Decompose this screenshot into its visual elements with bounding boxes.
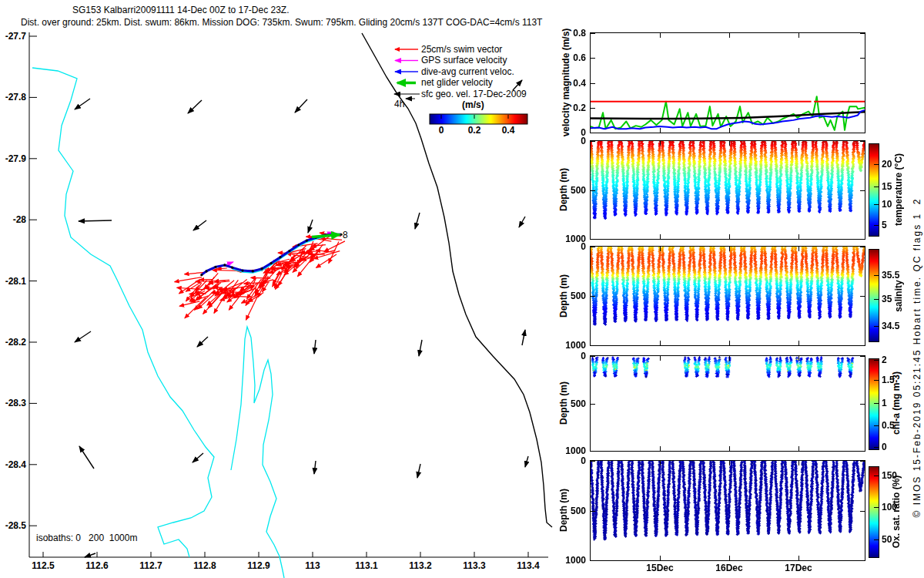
geo-velocity-arrow	[417, 464, 420, 478]
temperature-colorbar-tick-label: 20	[882, 159, 892, 170]
temperature-colorbar-tick-label: 15	[882, 181, 892, 192]
oxygen-canvas	[591, 461, 865, 560]
geo-velocity-arrow	[192, 453, 203, 462]
depth-ytick-label: 0	[581, 351, 586, 361]
velocity-ytick-label: 0.4	[573, 78, 586, 89]
salinity-colorbar-tick-label: 34.5	[882, 321, 899, 331]
geo-velocity-arrow	[75, 331, 91, 342]
temperature-colorbar-tick	[874, 204, 879, 205]
geo-velocity-arrow	[522, 330, 525, 345]
date-tick-label: 16Dec	[715, 563, 742, 573]
map-ytick-label: -28.5	[5, 520, 26, 531]
temperature-panel	[591, 141, 865, 239]
legend-colorbar-tick-label: 0.4	[502, 125, 515, 136]
depth-ytick-label: 1000	[565, 340, 586, 351]
map-xtick-label: 113	[305, 560, 320, 571]
dive-fix-dot	[306, 240, 308, 242]
oxygen-colorbar-tick	[874, 539, 879, 540]
glider-mission-figure: SG153 Kalbarri20091111 14-Dec 00Z to 17-…	[0, 0, 924, 578]
chl-colorbar-tick-label: 1.5	[882, 375, 895, 385]
legend-colorbar-tick-label: 0	[439, 125, 444, 136]
legend-label-dive-avg: dive-avg current veloc.	[421, 66, 514, 77]
geo-velocity-arrow	[314, 461, 316, 474]
chl-panel	[591, 356, 865, 451]
dive-fix-dot	[270, 262, 273, 264]
chl-colorbar-tick-label: 2	[882, 355, 887, 365]
depth-ytick-label: 500	[571, 291, 586, 301]
legend-label-sfc-geo: sfc geo. vel. 17-Dec-2009	[421, 89, 527, 99]
track-end-label: 8	[343, 230, 348, 240]
dive-fix-dot	[241, 270, 243, 272]
chl-colorbar-tick-label: 0	[882, 442, 887, 452]
swim-vector-arrow	[242, 294, 261, 304]
velocity-panel	[591, 33, 865, 133]
map-xtick-label: 113.1	[355, 560, 377, 571]
salinity-depth-label: Depth (m)	[558, 274, 569, 318]
temperature-colorbar-tick	[874, 187, 879, 187]
swim-vector-arrow	[179, 301, 199, 306]
chl-colorbar-tick	[874, 447, 879, 448]
temperature-colorbar-tick-label: 10	[882, 199, 892, 210]
geo-velocity-arrow	[193, 220, 206, 230]
dive-fix-dot	[214, 266, 216, 268]
velocity-ylabel: velocity magnitude (m/s)	[561, 29, 571, 137]
oxygen-colorbar	[869, 467, 879, 557]
depth-ytick-label: 0	[581, 455, 586, 466]
temperature-colorbar	[869, 144, 879, 236]
velocity-ytick-label: 0.6	[573, 52, 586, 63]
oxygen-colorbar-tick	[874, 507, 879, 508]
dive-fix-dot	[297, 244, 300, 246]
depth-ytick-label: 0	[581, 241, 586, 252]
oxygen-colorbar-tick-label: 50	[882, 534, 892, 545]
map-ytick-label: -28.4	[5, 459, 26, 470]
depth-ytick-label: 500	[571, 185, 586, 196]
geo-velocity-arrow	[308, 220, 313, 233]
date-tick-label: 17Dec	[785, 563, 812, 573]
isobath-line	[231, 327, 284, 578]
chl-colorbar-tick	[874, 403, 879, 404]
map-ytick-label: -27.9	[5, 153, 26, 164]
map-xtick-label: 112.9	[247, 560, 270, 571]
depth-ytick-label: 1000	[565, 445, 586, 456]
oxygen-colorbar-tick-label: 150	[882, 470, 897, 481]
legend-label-net-velocity: net glider velocity	[421, 77, 493, 88]
depth-ytick-label: 500	[571, 506, 586, 516]
velocity-ytick-label: 0.2	[573, 102, 586, 113]
velocity-canvas	[591, 33, 865, 133]
temperature-colorbar-tick	[874, 225, 879, 226]
temperature-depth-label: Depth (m)	[558, 168, 569, 211]
salinity-colorbar-tick	[874, 275, 879, 276]
map-xtick-label: 112.5	[32, 560, 54, 571]
salinity-colorbar-tick	[874, 326, 879, 327]
chl-colorbar-tick-label: 1	[882, 398, 887, 408]
oxygen-colorbar-tick	[874, 476, 879, 476]
chl-colorbar-tick	[874, 380, 879, 381]
net-velocity-arrow	[312, 235, 340, 237]
geo-velocity-arrow	[415, 213, 420, 229]
temperature-colorbar-tick-label: 5	[882, 220, 887, 230]
legend-time-note: 4h	[394, 99, 404, 109]
map-ytick-label: -28.3	[5, 398, 26, 408]
dive-fix-dot	[252, 270, 254, 272]
depth-ytick-label: 1000	[565, 555, 586, 566]
temperature-canvas	[591, 141, 865, 239]
salinity-cbar-label: salinity	[893, 280, 904, 311]
geo-velocity-arrow	[419, 340, 422, 356]
chl-colorbar	[869, 359, 879, 449]
map-xtick-label: 112.8	[193, 560, 216, 571]
chl-canvas	[591, 356, 865, 451]
chl-depth-label: Depth (m)	[558, 381, 569, 425]
chl-colorbar-tick	[874, 360, 879, 361]
salinity-canvas	[591, 247, 865, 345]
swim-vector-arrow	[312, 245, 326, 247]
swim-vector-arrow	[189, 294, 206, 294]
swim-vector-arrow	[217, 268, 227, 269]
depth-ytick-label: 500	[571, 398, 586, 409]
swim-vector-arrow	[214, 280, 229, 281]
map-xtick-label: 112.7	[139, 560, 162, 571]
legend-colorbar	[430, 114, 527, 124]
chl-colorbar-tick	[874, 425, 879, 426]
geo-velocity-arrow	[197, 337, 208, 347]
temperature-colorbar-tick	[874, 164, 879, 165]
isobath-line	[32, 68, 214, 557]
